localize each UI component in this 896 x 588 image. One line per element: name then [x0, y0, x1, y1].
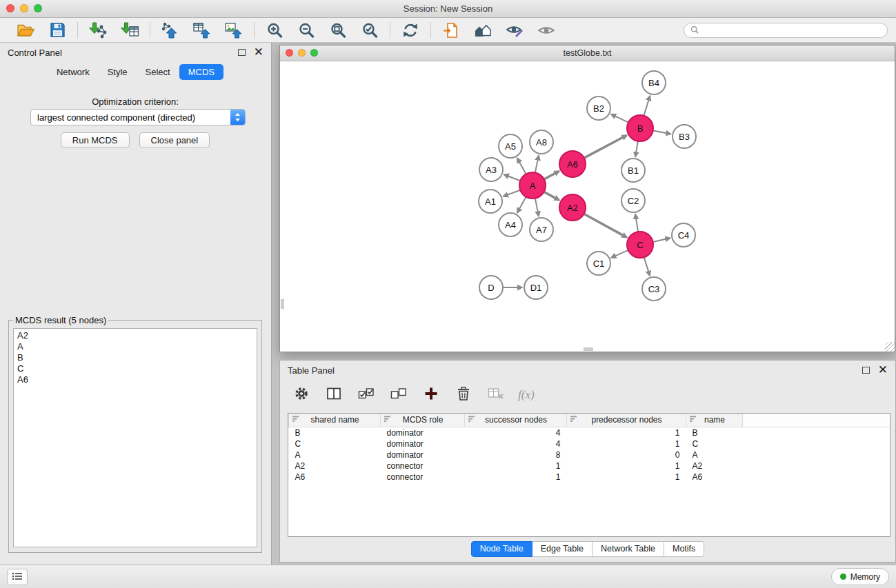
add-column-button[interactable] — [421, 385, 441, 405]
column-header-successor-nodes[interactable]: successor nodes — [465, 414, 567, 427]
close-panel-button[interactable]: Close panel — [139, 132, 210, 148]
node-C2[interactable]: C2 — [621, 189, 645, 212]
table-cell[interactable]: 4 — [465, 427, 567, 438]
search-field[interactable] — [684, 23, 888, 38]
zoom-window-icon[interactable] — [34, 4, 42, 12]
tab-node-table[interactable]: Node Table — [471, 541, 532, 557]
edge-A-A2[interactable] — [544, 192, 559, 200]
edge-B-B3[interactable] — [653, 131, 671, 134]
table-cell[interactable]: 1 — [567, 438, 686, 449]
zoom-out-button[interactable] — [296, 20, 317, 41]
import-table-button[interactable] — [119, 20, 140, 41]
table-row[interactable]: A2connector11A2 — [289, 460, 890, 472]
node-A4[interactable]: A4 — [499, 213, 522, 236]
export-image-button[interactable] — [223, 20, 244, 41]
network-close-icon[interactable] — [286, 49, 293, 57]
eye-button[interactable] — [536, 20, 557, 41]
table-cell[interactable]: 1 — [465, 460, 567, 472]
table-cell[interactable]: 1 — [465, 472, 567, 483]
table-cell[interactable]: connector — [381, 472, 465, 483]
zoom-selected-button[interactable] — [359, 20, 380, 41]
table-cell[interactable]: 8 — [465, 449, 567, 460]
table-cell[interactable]: dominator — [381, 438, 465, 449]
tab-network-table[interactable]: Network Table — [593, 541, 664, 557]
edge-A6-B[interactable] — [584, 135, 627, 158]
delete-column-button[interactable] — [453, 385, 474, 405]
node-D[interactable]: D — [479, 276, 503, 299]
table-cell[interactable]: C — [686, 438, 743, 449]
edge-B-B1[interactable] — [635, 141, 638, 157]
edge-C-C4[interactable] — [653, 238, 670, 242]
tab-select[interactable]: Select — [137, 64, 179, 80]
zoom-fit-button[interactable] — [328, 20, 348, 41]
mcds-result-item[interactable]: A2 — [14, 330, 257, 341]
table-cell[interactable]: 1 — [567, 460, 686, 472]
table-cell[interactable]: A6 — [289, 472, 381, 483]
table-cell[interactable]: A — [686, 449, 743, 460]
network-window-titlebar[interactable]: testGlobe.txt — [280, 45, 895, 61]
table-cell[interactable]: B — [289, 427, 381, 438]
table-cell[interactable]: 4 — [465, 438, 567, 449]
edge-A-A4[interactable] — [517, 197, 526, 213]
table-row[interactable]: Adominator80A — [289, 449, 890, 460]
edge-A-A3[interactable] — [504, 174, 521, 181]
edge-B-B2[interactable] — [611, 114, 628, 123]
settings-gear-button[interactable] — [291, 385, 312, 405]
mcds-result-item[interactable]: A — [14, 341, 257, 352]
column-header-name[interactable]: name — [686, 414, 743, 427]
edge-C-C3[interactable] — [644, 257, 650, 276]
open-folder-button[interactable] — [15, 20, 36, 41]
edge-A-A6[interactable] — [544, 171, 559, 179]
node-B4[interactable]: B4 — [642, 71, 666, 94]
close-panel-icon[interactable]: ✕ — [254, 48, 263, 57]
table-cell[interactable]: 1 — [567, 472, 686, 483]
export-table-button[interactable] — [192, 20, 212, 41]
network-minimize-icon[interactable] — [298, 49, 306, 57]
float-panel-icon[interactable] — [238, 49, 246, 56]
task-history-button[interactable] — [7, 569, 28, 585]
table-row[interactable]: A6connector11A6 — [289, 472, 890, 483]
mcds-result-item[interactable]: C — [14, 363, 257, 374]
node-B[interactable]: B — [627, 115, 653, 141]
table-cell[interactable]: B — [686, 427, 743, 438]
mcds-result-item[interactable]: B — [14, 352, 257, 363]
table-cell[interactable]: connector — [381, 460, 465, 472]
float-table-panel-icon[interactable] — [862, 367, 870, 374]
zoom-in-button[interactable] — [264, 20, 285, 41]
refresh-button[interactable] — [400, 20, 421, 41]
node-A3[interactable]: A3 — [479, 158, 503, 181]
table-row[interactable]: Cdominator41C — [289, 438, 890, 449]
column-header-predecessor-nodes[interactable]: predecessor nodes — [567, 414, 686, 427]
node-D1[interactable]: D1 — [524, 276, 548, 299]
edge-A2-C[interactable] — [584, 214, 627, 237]
edge-B-B4[interactable] — [644, 96, 650, 116]
edge-C-C2[interactable] — [635, 214, 638, 232]
mcds-result-item[interactable]: A6 — [14, 374, 257, 385]
neighbors-button[interactable] — [472, 20, 493, 41]
node-A7[interactable]: A7 — [530, 218, 553, 241]
tab-edge-table[interactable]: Edge Table — [532, 541, 593, 557]
edge-A-A5[interactable] — [517, 158, 526, 174]
function-builder-button[interactable]: f(x) — [518, 388, 535, 402]
network-zoom-icon[interactable] — [310, 49, 318, 57]
network-canvas[interactable]: B4B2BB3A5A8A6A3AB1A1A2C2A4A7C4CC1C3DD1 — [280, 61, 895, 352]
node-B1[interactable]: B1 — [621, 159, 645, 182]
optimization-dropdown[interactable]: largest connected component (directed) — [30, 109, 246, 125]
select-all-button[interactable] — [356, 385, 377, 405]
search-input[interactable] — [703, 25, 881, 36]
table-cell[interactable]: A6 — [686, 472, 743, 483]
node-A6[interactable]: A6 — [559, 151, 586, 177]
edge-C-C1[interactable] — [611, 250, 628, 258]
node-C3[interactable]: C3 — [642, 277, 666, 301]
table-cell[interactable]: dominator — [381, 427, 465, 438]
table-cell[interactable]: A — [289, 449, 381, 460]
delete-table-button[interactable] — [486, 385, 506, 405]
column-header-shared-name[interactable]: shared name — [289, 414, 381, 427]
columns-button[interactable] — [323, 385, 344, 405]
table-cell[interactable]: A2 — [289, 460, 381, 472]
node-C[interactable]: C — [627, 232, 653, 258]
node-A5[interactable]: A5 — [499, 134, 522, 158]
edge-A-A7[interactable] — [535, 199, 539, 216]
node-A1[interactable]: A1 — [479, 190, 502, 213]
run-mcds-button[interactable]: Run MCDS — [61, 132, 130, 148]
